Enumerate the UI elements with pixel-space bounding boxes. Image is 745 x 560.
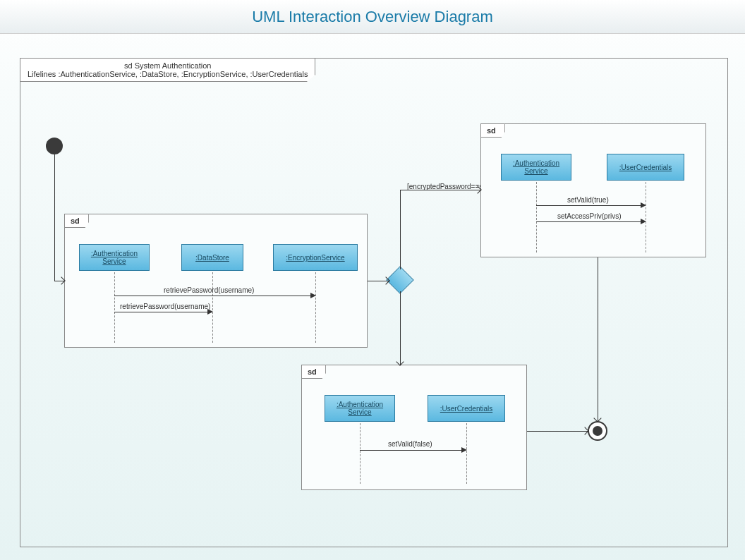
- flow-dec-sd2-h: [400, 190, 480, 190]
- main-activity-frame: sd System Authentication Lifelines :Auth…: [20, 58, 728, 547]
- frame-name: sd System Authentication: [28, 61, 308, 70]
- dash-3a: [360, 423, 361, 484]
- msg-1-2: retrievePassword(username): [120, 303, 210, 310]
- initial-node: [46, 138, 63, 154]
- sd-frame-2: sd :Authentication Service :UserCredenti…: [480, 123, 706, 257]
- arrow-1-2: [114, 312, 207, 312]
- flow-init-v: [54, 154, 55, 281]
- arrow-head-3-1: [461, 447, 467, 453]
- title-bar: UML Interaction Overview Diagram: [0, 0, 745, 34]
- dash-1c: [315, 272, 316, 343]
- arrow-3-1: [360, 450, 461, 451]
- flow-dec-sd2-v: [400, 190, 401, 269]
- dash-3b: [466, 423, 467, 484]
- lifeline-datastore: :DataStore: [181, 244, 243, 271]
- lifeline-user-cred-2: :UserCredentials: [607, 154, 684, 181]
- frame-header: sd System Authentication Lifelines :Auth…: [20, 58, 315, 82]
- sd-label-2: sd: [480, 123, 505, 138]
- arrow-head-2-2: [641, 219, 646, 224]
- frame-lifelines: Lifelines :AuthenticationService, :DataS…: [28, 70, 308, 78]
- sd-label-1: sd: [64, 214, 89, 228]
- diagram-title: UML Interaction Overview Diagram: [252, 8, 493, 26]
- arrow-head-1-1: [310, 293, 316, 298]
- arrow-1-1: [114, 296, 310, 296]
- lifeline-encryption: :EncryptionService: [273, 244, 358, 271]
- flow-sd2-final-v: [598, 257, 598, 421]
- arrow-head-2-1: [641, 202, 646, 208]
- lifeline-auth-service-1: :Authentication Service: [79, 244, 150, 271]
- arrow-2-1: [536, 205, 641, 206]
- msg-3-1: setValid(false): [388, 440, 432, 448]
- arrow-2-2: [536, 221, 641, 222]
- flow-sd3-final-h: [527, 431, 588, 432]
- dash-2b: [646, 182, 646, 252]
- sd-frame-1: sd :Authentication Service :DataStore :E…: [64, 214, 368, 348]
- lifeline-auth-service-3: :Authentication Service: [325, 395, 395, 422]
- sd-frame-3: sd :Authentication Service :UserCredenti…: [301, 365, 527, 490]
- dash-1a: [114, 272, 115, 343]
- flow-dec-sd3-v: [400, 291, 401, 365]
- dash-2a: [536, 182, 537, 252]
- sd-label-3: sd: [301, 365, 326, 379]
- msg-2-1: setValid(true): [567, 196, 609, 204]
- msg-1-1: retrievePassword(username): [164, 286, 254, 294]
- dash-1b: [212, 272, 213, 343]
- lifeline-user-cred-3: :UserCredentials: [428, 395, 505, 422]
- msg-2-2: setAccessPriv(privs): [557, 212, 622, 220]
- final-node: [588, 421, 607, 441]
- decision-node: [386, 266, 414, 294]
- lifeline-auth-service-2: :Authentication Service: [501, 154, 571, 181]
- final-node-inner: [593, 426, 602, 436]
